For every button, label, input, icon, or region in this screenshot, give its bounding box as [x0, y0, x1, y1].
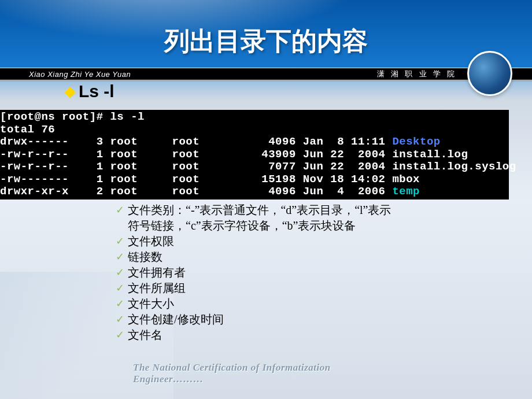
check-icon: ✓ — [116, 312, 124, 327]
bullet-text: 文件创建/修改时间 — [128, 312, 224, 327]
bullet-text: 文件所属组 — [128, 280, 186, 296]
list-item: ✓文件类别：“-”表示普通文件，“d”表示目录，“l”表示符号链接，“c”表示字… — [116, 202, 394, 234]
bullet-text: 文件类别：“-”表示普通文件，“d”表示目录，“l”表示符号链接，“c”表示字符… — [128, 202, 394, 234]
bullet-text: 文件拥有者 — [128, 265, 186, 280]
check-icon: ✓ — [116, 202, 124, 218]
school-chinese: 潇 湘 职 业 学 院 — [377, 69, 457, 79]
bullet-list: ✓文件类别：“-”表示普通文件，“d”表示目录，“l”表示符号链接，“c”表示字… — [116, 202, 394, 343]
list-item: ✓文件所属组 — [116, 280, 394, 296]
school-band: Xiao Xiang Zhi Ye Xue Yuan 潇 湘 职 业 学 院 — [0, 68, 532, 80]
check-icon: ✓ — [116, 249, 124, 265]
list-item: ✓文件权限 — [116, 234, 394, 249]
bullet-text: 文件名 — [128, 327, 162, 343]
subtitle: ◆ Ls -l — [65, 82, 114, 101]
bullet-text: 文件大小 — [128, 296, 174, 312]
diamond-icon: ◆ — [65, 83, 75, 99]
list-item: ✓文件名 — [116, 327, 394, 343]
terminal-output: [root@ns root]# ls -l total 76 drwx-----… — [0, 110, 509, 200]
school-pinyin: Xiao Xiang Zhi Ye Xue Yuan — [29, 70, 131, 79]
bullet-text: 链接数 — [128, 249, 162, 265]
check-icon: ✓ — [116, 234, 124, 249]
list-item: ✓链接数 — [116, 249, 394, 265]
school-logo — [467, 51, 512, 96]
list-item: ✓文件大小 — [116, 296, 394, 312]
check-icon: ✓ — [116, 280, 124, 296]
subtitle-text: Ls -l — [79, 82, 114, 101]
check-icon: ✓ — [116, 327, 124, 343]
page-title: 列出目录下的内容 — [164, 24, 368, 58]
list-item: ✓文件拥有者 — [116, 265, 394, 280]
check-icon: ✓ — [116, 265, 124, 280]
footer-text: The National Certification of Informatiz… — [133, 362, 399, 385]
bullet-text: 文件权限 — [128, 234, 174, 249]
check-icon: ✓ — [116, 296, 124, 312]
list-item: ✓文件创建/修改时间 — [116, 312, 394, 327]
